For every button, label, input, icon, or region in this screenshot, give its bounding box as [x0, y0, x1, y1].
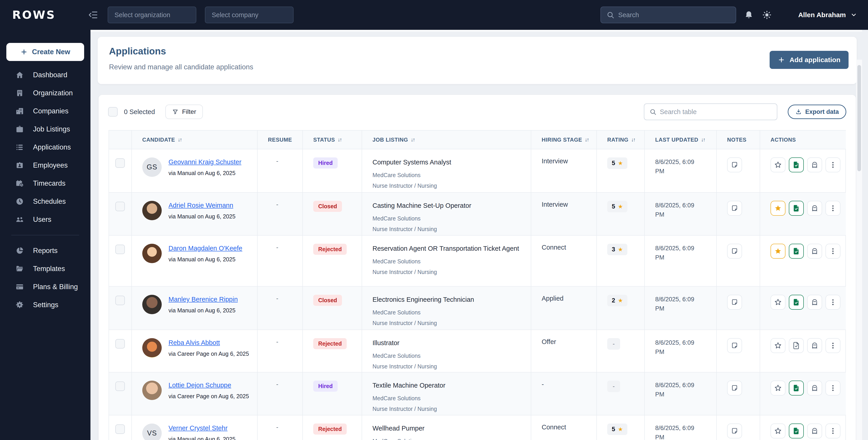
ghost-button[interactable] [807, 201, 822, 216]
add-application-button[interactable]: Add application [770, 51, 848, 69]
notes-button[interactable] [727, 424, 742, 438]
global-search-input[interactable] [618, 11, 727, 19]
row-menu-button[interactable] [826, 338, 840, 353]
notes-button[interactable] [727, 158, 742, 172]
ghost-icon [811, 298, 818, 306]
candidate-link[interactable]: Verner Crystel Stehr [168, 424, 227, 432]
ghost-button[interactable] [807, 424, 822, 438]
theme-toggle-button[interactable] [762, 9, 772, 20]
select-all-checkbox[interactable] [108, 107, 118, 116]
table-search-input[interactable] [660, 108, 766, 116]
row-checkbox[interactable] [115, 296, 125, 305]
sidebar-item-companies[interactable]: Companies [0, 102, 90, 120]
sidebar-item-templates[interactable]: Templates [0, 260, 90, 278]
favorite-button[interactable] [771, 338, 785, 353]
ghost-button[interactable] [807, 381, 822, 396]
table-search[interactable] [644, 103, 777, 120]
organization-select[interactable]: Select organization [107, 6, 196, 23]
notes-button[interactable] [727, 381, 742, 396]
resume-status-button[interactable] [789, 424, 804, 438]
sidebar-item-dashboard[interactable]: Dashboard [0, 66, 90, 84]
favorite-button[interactable] [771, 424, 785, 438]
column-header-last-updated[interactable]: LAST UPDATED↓↑ [645, 131, 716, 149]
notes-button[interactable] [727, 295, 742, 310]
sidebar-item-applications[interactable]: Applications [0, 138, 90, 156]
column-header-actions: ACTIONS [760, 131, 846, 149]
column-header-rating[interactable]: RATING↓↑ [597, 131, 645, 149]
resume-status-button[interactable] [789, 338, 804, 353]
row-checkbox[interactable] [115, 202, 125, 211]
export-data-button[interactable]: Export data [788, 105, 846, 119]
row-menu-button[interactable] [826, 201, 840, 216]
filter-button[interactable]: Filter [165, 105, 203, 119]
ghost-button[interactable] [807, 244, 822, 259]
sort-icon[interactable]: ↓↑ [701, 137, 705, 143]
resume-status-button[interactable] [789, 244, 804, 259]
favorite-button[interactable] [771, 381, 785, 396]
column-header-hiring-stage[interactable]: HIRING STAGE↓↑ [531, 131, 597, 149]
scrollbar-thumb[interactable] [857, 65, 861, 171]
create-new-button[interactable]: Create New [6, 43, 84, 61]
notes-button[interactable] [727, 338, 742, 353]
resume-status-button[interactable] [789, 295, 804, 310]
sidebar-item-reports[interactable]: Reports [0, 242, 90, 260]
plus-icon [778, 56, 785, 64]
column-header-job-listing[interactable]: JOB LISTING↓↑ [362, 131, 531, 149]
hiring-stage: Interview [541, 158, 568, 165]
resume-status-button[interactable] [789, 381, 804, 396]
candidate-link[interactable]: Daron Magdalen O'Keefe [168, 244, 242, 252]
sidebar-item-timecards[interactable]: Timecards [0, 174, 90, 193]
resume-value: - [276, 295, 278, 302]
candidate-link[interactable]: Adriel Rosie Weimann [168, 201, 233, 209]
resume-status-button[interactable] [789, 201, 804, 216]
job-title: Wellhead Pumper [372, 424, 525, 433]
row-checkbox[interactable] [115, 158, 125, 168]
notifications-button[interactable] [743, 9, 754, 20]
sidebar-item-users[interactable]: Users [0, 210, 90, 229]
global-search[interactable] [600, 6, 736, 23]
sort-icon[interactable]: ↓↑ [338, 137, 341, 143]
hiring-stage: Offer [541, 338, 556, 345]
row-checkbox[interactable] [115, 381, 125, 391]
sidebar-item-schedules[interactable]: Schedules [0, 193, 90, 210]
candidate-link[interactable]: Lottie Dejon Schuppe [168, 381, 231, 389]
resume-status-button[interactable] [789, 158, 804, 172]
status-badge: Hired [313, 158, 338, 169]
sidebar-collapse-button[interactable] [87, 9, 99, 21]
favorite-button[interactable] [771, 295, 785, 310]
star-icon [774, 247, 782, 255]
column-header-status[interactable]: STATUS↓↑ [303, 131, 362, 149]
row-checkbox[interactable] [115, 339, 125, 348]
sidebar-item-settings[interactable]: Settings [0, 296, 90, 314]
sidebar-item-plans-billing[interactable]: Plans & Billing [0, 278, 90, 296]
row-menu-button[interactable] [826, 295, 840, 310]
ghost-button[interactable] [807, 295, 822, 310]
candidate-link[interactable]: Geovanni Kraig Schuster [168, 158, 241, 166]
favorite-button[interactable] [771, 158, 785, 172]
row-menu-button[interactable] [826, 244, 840, 259]
ghost-button[interactable] [807, 158, 822, 172]
sidebar-item-employees[interactable]: Employees [0, 156, 90, 174]
favorite-button[interactable] [771, 201, 785, 216]
sort-icon[interactable]: ↓↑ [178, 137, 182, 143]
notes-button[interactable] [727, 201, 742, 216]
notes-button[interactable] [727, 244, 742, 259]
candidate-link[interactable]: Manley Berenice Rippin [168, 295, 238, 303]
column-header-candidate[interactable]: CANDIDATE↓↑ [132, 131, 257, 149]
row-checkbox[interactable] [115, 245, 125, 254]
sidebar-item-job-listings[interactable]: Job Listings [0, 120, 90, 138]
sort-icon[interactable]: ↓↑ [631, 137, 635, 143]
row-menu-button[interactable] [826, 381, 840, 396]
sidebar-item-organization[interactable]: Organization [0, 84, 90, 102]
sort-icon[interactable]: ↓↑ [585, 137, 589, 143]
sort-icon[interactable]: ↓↑ [411, 137, 414, 143]
row-menu-button[interactable] [826, 424, 840, 438]
favorite-button[interactable] [771, 244, 785, 259]
row-checkbox[interactable] [115, 425, 125, 434]
company-select[interactable]: Select company [205, 6, 293, 23]
users-icon [16, 215, 24, 224]
row-menu-button[interactable] [826, 158, 840, 172]
user-menu[interactable]: Allen Abraham [780, 8, 857, 22]
ghost-button[interactable] [807, 338, 822, 353]
candidate-link[interactable]: Reba Alvis Abbott [168, 338, 220, 346]
